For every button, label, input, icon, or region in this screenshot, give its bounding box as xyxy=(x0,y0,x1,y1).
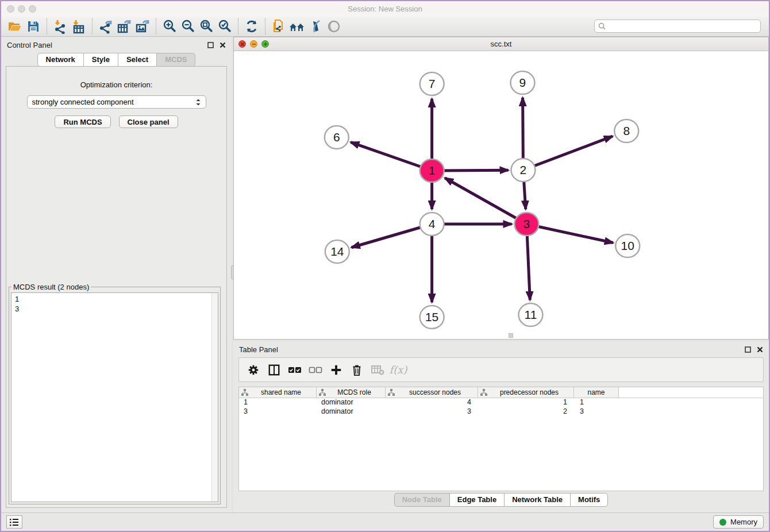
delete-column-button[interactable] xyxy=(348,361,365,379)
annotation-mode-button[interactable] xyxy=(306,18,325,35)
birds-eye-view-button[interactable] xyxy=(325,18,343,35)
table-cell: 3 xyxy=(239,407,317,417)
search-input[interactable] xyxy=(608,22,757,30)
close-panel-icon[interactable] xyxy=(220,42,226,48)
create-column-button[interactable] xyxy=(328,361,345,379)
import-network-button[interactable] xyxy=(51,18,70,35)
float-table-panel-icon[interactable] xyxy=(745,346,751,353)
zoom-in-button[interactable] xyxy=(160,18,179,35)
close-network-button[interactable] xyxy=(238,40,246,48)
column-header-mcds-role[interactable]: MCDS role xyxy=(317,387,386,398)
graph-node-label: 7 xyxy=(429,77,436,90)
table-cell: dominator xyxy=(317,398,386,407)
canvas-scroll-grip[interactable] xyxy=(509,333,513,338)
graph-node-label: 3 xyxy=(523,217,530,230)
memory-status-icon xyxy=(719,519,726,526)
graph-edge-2-8[interactable] xyxy=(523,136,613,170)
export-network-button[interactable] xyxy=(97,18,115,35)
table-toolbar: f(x) xyxy=(238,357,764,382)
refresh-network-button[interactable] xyxy=(242,18,261,35)
app-window: Session: New Session xyxy=(0,0,770,532)
delete-table-icon xyxy=(371,364,384,376)
minimize-network-button[interactable] xyxy=(250,40,257,48)
add-icon xyxy=(330,364,342,376)
column-header-successor-nodes[interactable]: successor nodes xyxy=(386,387,478,398)
tab-mcds[interactable]: MCDS xyxy=(156,53,195,67)
tab-motifs[interactable]: Motifs xyxy=(570,493,608,507)
column-header-name[interactable]: name xyxy=(574,387,619,398)
column-type-icon xyxy=(388,389,395,396)
result-scrollbar[interactable] xyxy=(211,293,218,502)
memory-label: Memory xyxy=(730,518,757,526)
split-divider[interactable] xyxy=(232,37,233,512)
deselect-all-icon xyxy=(309,365,322,375)
toolbar-separator xyxy=(238,18,238,34)
zoom-fit-icon xyxy=(199,19,214,34)
mcds-result-title: MCDS result (2 nodes) xyxy=(11,283,91,291)
memory-button[interactable]: Memory xyxy=(713,515,764,529)
graph-node-label: 6 xyxy=(333,130,340,144)
task-history-button[interactable] xyxy=(6,515,22,529)
zoom-fit-button[interactable] xyxy=(197,18,215,35)
maximize-network-button[interactable] xyxy=(261,40,269,48)
table-cell: 3 xyxy=(574,407,619,417)
network-title: scc.txt xyxy=(234,40,768,48)
tab-node-table[interactable]: Node Table xyxy=(394,493,449,507)
graph-edge-3-10[interactable] xyxy=(526,224,613,243)
open-folder-icon xyxy=(7,20,22,33)
zoom-out-button[interactable] xyxy=(179,18,197,35)
column-header-predecessor-nodes[interactable]: predecessor nodes xyxy=(478,387,574,398)
open-session-button[interactable] xyxy=(6,18,24,35)
import-network-icon xyxy=(53,19,68,34)
status-bar: Memory xyxy=(1,512,769,531)
node-table-body: 1dominator4113dominator323 xyxy=(239,398,763,417)
app-title: Session: New Session xyxy=(1,5,769,13)
tab-select[interactable]: Select xyxy=(118,53,156,67)
graph-edge-3-1[interactable] xyxy=(445,178,526,224)
import-table-button[interactable] xyxy=(70,18,88,35)
table-panel-tabs: Node Table Edge Table Network Table Moti… xyxy=(233,491,769,508)
column-type-icon xyxy=(319,389,326,396)
graph-node-label: 15 xyxy=(425,310,438,323)
close-table-panel-icon[interactable] xyxy=(757,346,763,353)
float-panel-icon[interactable] xyxy=(207,42,214,48)
copy-network-button[interactable] xyxy=(270,18,288,35)
tab-style[interactable]: Style xyxy=(83,53,118,67)
network-canvas[interactable]: 7968124314101511 xyxy=(234,51,768,339)
right-pane: scc.txt 7968124314101511 Ta xyxy=(233,37,769,512)
table-row[interactable]: 1dominator411 xyxy=(239,398,763,407)
function-builder-icon: f(x) xyxy=(390,364,407,376)
graph-edge-1-6[interactable] xyxy=(351,142,432,171)
tab-network-table[interactable]: Network Table xyxy=(504,493,570,507)
column-label: name xyxy=(576,388,616,396)
table-options-button[interactable] xyxy=(245,361,262,379)
graph-node-label: 8 xyxy=(623,124,630,137)
close-panel-button[interactable]: Close panel xyxy=(119,115,178,128)
table-panel-header: Table Panel xyxy=(233,341,769,357)
gear-icon xyxy=(247,364,260,376)
function-builder-button[interactable]: f(x) xyxy=(390,361,407,379)
tab-network[interactable]: Network xyxy=(37,53,83,67)
network-window-controls xyxy=(238,40,269,48)
run-mcds-button[interactable]: Run MCDS xyxy=(55,115,110,128)
deselect-all-columns-button[interactable] xyxy=(307,361,324,379)
refresh-icon xyxy=(244,19,259,34)
column-header-shared-name[interactable]: shared name xyxy=(239,387,317,398)
column-type-icon xyxy=(241,389,248,396)
tab-edge-table[interactable]: Edge Table xyxy=(449,493,504,507)
zoom-selected-button[interactable] xyxy=(215,18,234,35)
export-table-button[interactable] xyxy=(115,18,133,35)
export-image-button[interactable] xyxy=(133,18,152,35)
save-session-button[interactable] xyxy=(24,18,43,35)
select-all-columns-button[interactable] xyxy=(286,361,303,379)
show-columns-button[interactable] xyxy=(265,361,283,379)
delete-table-button[interactable] xyxy=(369,361,386,379)
copy-network-icon xyxy=(271,19,286,34)
optimization-criterion-select[interactable]: strongly connected component xyxy=(27,95,206,109)
node-table: shared name MCDS role successor nodes xyxy=(238,387,764,491)
table-row[interactable]: 3dominator323 xyxy=(239,407,763,417)
network-titlebar: scc.txt xyxy=(234,37,768,51)
graph-node-label: 1 xyxy=(429,164,436,177)
search-box xyxy=(594,20,761,33)
first-neighbors-button[interactable] xyxy=(288,18,306,35)
